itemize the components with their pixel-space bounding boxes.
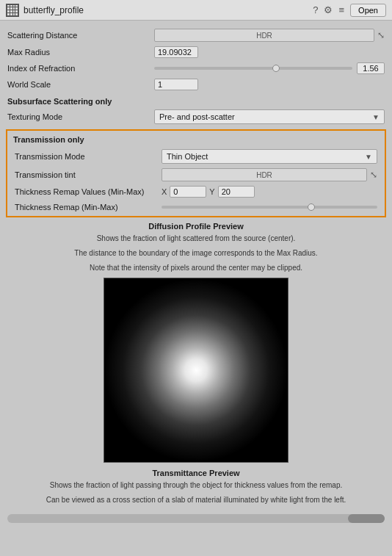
diffusion-preview-desc2: The distance to the boundary of the imag… <box>7 248 385 259</box>
transmission-mode-value: Thin Object <box>167 152 208 161</box>
transmission-mode-row: Transmission Mode Thin Object ▼ <box>7 147 385 166</box>
transmission-mode-label: Transmission Mode <box>15 152 161 161</box>
transmission-box: Transmission only Transmission Mode Thin… <box>6 129 386 217</box>
transmission-mode-control: Thin Object ▼ <box>161 149 377 164</box>
tint-row: HDR ⤡ <box>161 168 377 181</box>
more-icon[interactable]: ≡ <box>338 4 344 15</box>
transmission-tint-label: Transmission tint <box>15 170 161 179</box>
scrollbar-thumb[interactable] <box>348 514 385 523</box>
ior-value[interactable]: 1.56 <box>357 62 385 74</box>
thickness-remap-slider[interactable] <box>161 206 377 209</box>
scrollbar-track[interactable] <box>7 514 385 523</box>
ior-slider-row: 1.56 <box>154 62 385 74</box>
ior-slider[interactable] <box>154 67 352 70</box>
bottom-scrollbar-area <box>0 510 392 527</box>
texturing-mode-control: Pre- and post-scatter ▼ <box>154 109 385 124</box>
world-scale-row: World Scale 1 <box>0 76 392 93</box>
scattering-distance-label: Scattering Distance <box>7 31 154 40</box>
diffusion-preview-canvas <box>104 278 288 463</box>
y-value-input[interactable]: 20 <box>218 186 255 198</box>
app-icon <box>6 4 19 17</box>
transmittance-title: Transmittance Preview <box>7 469 385 477</box>
thickness-remap-slider-control <box>161 206 377 209</box>
x-label: X <box>161 187 167 196</box>
x-value-input[interactable]: 0 <box>170 186 206 198</box>
title-icons: ? ⚙ ≡ Open <box>313 4 386 17</box>
texturing-mode-value: Pre- and post-scatter <box>159 112 235 121</box>
title-left: butterfly_profile <box>6 4 84 17</box>
ior-row: Index of Refraction 1.56 <box>0 60 392 76</box>
world-scale-label: World Scale <box>7 80 154 89</box>
max-radius-row: Max Radius 19.09032 <box>0 44 392 60</box>
thickness-remap-values-control: X 0 Y 20 <box>161 186 377 198</box>
window-title: butterfly_profile <box>23 5 84 15</box>
scattering-distance-control: HDR ⤡ <box>154 29 385 42</box>
texturing-mode-dropdown[interactable]: Pre- and post-scatter ▼ <box>154 109 385 124</box>
max-radius-value[interactable]: 19.09032 <box>154 46 198 58</box>
open-button[interactable]: Open <box>350 4 386 17</box>
texturing-mode-arrow: ▼ <box>372 113 380 121</box>
scattering-distance-hdr-input[interactable]: HDR <box>154 29 374 42</box>
thickness-remap-slider-label: Thickness Remap (Min-Max) <box>15 203 161 212</box>
max-radius-label: Max Radius <box>7 48 154 57</box>
texturing-mode-row: Texturing Mode Pre- and post-scatter ▼ <box>0 107 392 126</box>
max-radius-control: 19.09032 <box>154 46 385 58</box>
diffusion-preview-desc3: Note that the intensity of pixels around… <box>7 263 385 273</box>
tint-hdr-input[interactable]: HDR <box>161 168 367 181</box>
transmission-mode-arrow: ▼ <box>365 153 372 161</box>
main-content: Scattering Distance HDR ⤡ Max Radius 19.… <box>0 21 392 527</box>
scattering-distance-expand-icon[interactable]: ⤡ <box>377 30 385 40</box>
transmittance-desc1: Shows the fraction of light passing thro… <box>7 480 385 491</box>
scattering-distance-row: Scattering Distance HDR ⤡ <box>0 26 392 44</box>
transmittance-desc2: Can be viewed as a cross section of a sl… <box>7 495 385 505</box>
diffusion-preview-desc1: Shows the fraction of light scattered fr… <box>7 234 385 244</box>
diffusion-preview-section: Diffusion Profile Preview Shows the frac… <box>0 222 392 505</box>
transmission-mode-dropdown[interactable]: Thin Object ▼ <box>161 149 377 164</box>
help-icon[interactable]: ? <box>313 4 318 15</box>
hdr-row: HDR ⤡ <box>154 29 385 42</box>
y-label: Y <box>209 187 214 196</box>
thickness-remap-slider-row: Thickness Remap (Min-Max) <box>7 200 385 214</box>
title-bar: butterfly_profile ? ⚙ ≡ Open <box>0 0 392 21</box>
tint-expand-icon[interactable]: ⤡ <box>370 170 377 180</box>
settings-icon[interactable]: ⚙ <box>324 4 333 15</box>
subsurface-header: Subsurface Scattering only <box>0 93 392 107</box>
ior-control: 1.56 <box>154 62 385 74</box>
thickness-remap-values-label: Thickness Remap Values (Min-Max) <box>15 187 161 196</box>
ior-label: Index of Refraction <box>7 64 154 73</box>
world-scale-value[interactable]: 1 <box>154 79 198 90</box>
xy-row: X 0 Y 20 <box>161 186 377 198</box>
transmission-tint-control: HDR ⤡ <box>161 168 377 181</box>
world-scale-control: 1 <box>154 79 385 90</box>
transmission-header: Transmission only <box>7 132 385 147</box>
transmission-tint-row: Transmission tint HDR ⤡ <box>7 166 385 184</box>
diffusion-preview-title: Diffusion Profile Preview <box>7 222 385 231</box>
thickness-remap-values-row: Thickness Remap Values (Min-Max) X 0 Y 2… <box>7 184 385 200</box>
texturing-mode-label: Texturing Mode <box>7 112 154 121</box>
